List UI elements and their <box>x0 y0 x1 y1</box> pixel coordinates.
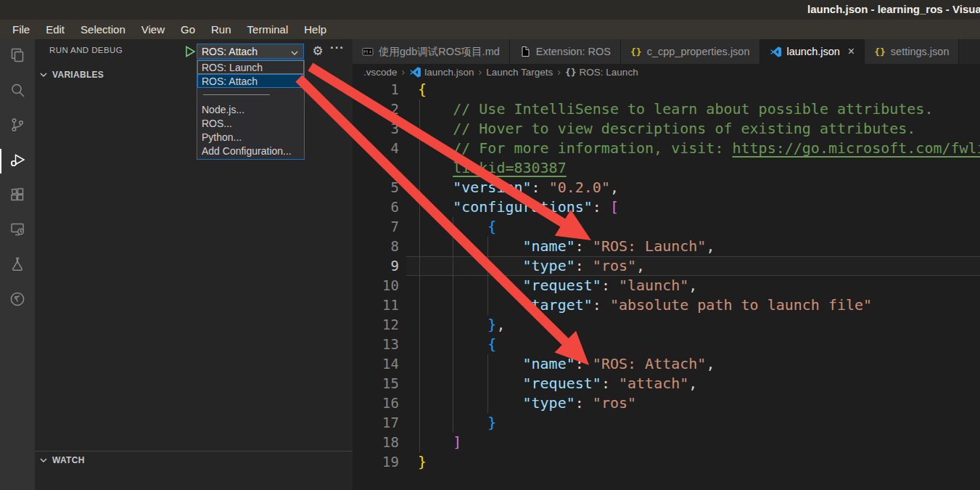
chevron-down-icon <box>39 456 48 465</box>
editor-tab[interactable]: Extension: ROS <box>510 39 621 64</box>
activity-item-ros-node[interactable] <box>0 283 35 318</box>
code-editor[interactable]: 1{2 // Use IntelliSense to learn about p… <box>353 80 980 490</box>
line-text: "name": "ROS: Launch", <box>418 237 715 256</box>
line-text: { <box>418 217 496 237</box>
line-number[interactable]: 12 <box>353 315 399 335</box>
line-number[interactable]: 8 <box>353 237 399 256</box>
source-control-icon <box>9 116 26 136</box>
code-line[interactable]: 11 "target": "absolute path to launch fi… <box>353 295 980 315</box>
code-line[interactable]: 12 }, <box>353 315 980 335</box>
chevron-down-icon <box>290 48 299 60</box>
vscode-window: launch.json - learning_ros - Visual File… <box>0 0 980 490</box>
breadcrumb-item[interactable]: Launch Targets <box>486 67 553 78</box>
code-line[interactable]: 17 } <box>353 413 980 433</box>
variables-section-label: VARIABLES <box>52 70 104 80</box>
code-line[interactable]: 4 // For more information, visit: https:… <box>353 139 980 158</box>
dropdown-separator <box>203 94 270 95</box>
code-line[interactable]: 13 { <box>353 335 980 354</box>
code-line[interactable]: 1{ <box>353 80 980 99</box>
line-number[interactable]: 15 <box>353 374 399 393</box>
line-text: "target": "absolute path to launch file" <box>418 295 872 315</box>
breadcrumb-label: .vscode <box>363 67 398 78</box>
menu-bar: FileEditSelectionViewGoRunTerminalHelp <box>0 20 980 39</box>
close-icon[interactable]: × <box>848 45 855 58</box>
breadcrumb-item[interactable]: launch.json <box>409 66 474 78</box>
line-number[interactable]: 7 <box>353 217 399 237</box>
menu-item-selection[interactable]: Selection <box>73 23 133 36</box>
line-text: ] <box>418 433 461 452</box>
line-number[interactable]: 9 <box>353 256 399 276</box>
menu-item-run[interactable]: Run <box>203 23 239 36</box>
dropdown-item[interactable]: Add Configuration... <box>197 144 304 158</box>
breadcrumb-item[interactable]: .vscode <box>363 67 398 78</box>
code-line[interactable]: 15 "request": "attach", <box>353 374 980 393</box>
activity-item-remote-explorer[interactable] <box>0 213 35 248</box>
code-line[interactable]: 18 ] <box>353 433 980 452</box>
code-line[interactable]: 8 "name": "ROS: Launch", <box>353 237 980 256</box>
menu-item-view[interactable]: View <box>133 23 173 36</box>
line-number[interactable]: 19 <box>353 452 399 472</box>
code-line[interactable]: linkid=830387 <box>353 158 980 178</box>
debug-config-select[interactable]: ROS: Attach <box>197 44 304 59</box>
activity-item-extensions[interactable] <box>0 179 35 213</box>
code-line[interactable]: 19} <box>353 452 980 472</box>
line-text: { <box>418 335 496 354</box>
line-number[interactable]: 10 <box>353 276 399 295</box>
code-line[interactable]: 16 "type": "ros" <box>353 393 980 413</box>
line-number[interactable]: 4 <box>353 139 399 158</box>
breadcrumb-separator: › <box>557 66 561 78</box>
code-line[interactable]: 10 "request": "launch", <box>353 276 980 295</box>
line-number[interactable] <box>353 158 399 178</box>
line-number[interactable]: 18 <box>353 433 399 452</box>
variables-section-header[interactable]: VARIABLES <box>35 66 353 83</box>
editor-tab[interactable]: launch.json× <box>760 39 865 64</box>
line-number[interactable]: 5 <box>353 178 399 197</box>
breadcrumb-item[interactable]: {}ROS: Launch <box>565 67 638 78</box>
activity-item-testing[interactable] <box>0 248 35 283</box>
editor-tab[interactable]: {}c_cpp_properties.json <box>621 39 760 64</box>
code-line[interactable]: 2 // Use IntelliSense to learn about pos… <box>353 99 980 119</box>
watch-section-header[interactable]: WATCH <box>35 451 353 469</box>
dropdown-item[interactable]: Python... <box>197 130 304 144</box>
extensions-icon <box>9 186 26 206</box>
line-number[interactable]: 13 <box>353 335 399 354</box>
breadcrumb: .vscode›launch.json›Launch Targets›{}ROS… <box>353 64 980 80</box>
more-actions-button[interactable]: ··· <box>329 41 345 55</box>
line-number[interactable]: 3 <box>353 119 399 139</box>
menu-item-go[interactable]: Go <box>173 23 203 36</box>
code-line[interactable]: 7 { <box>353 217 980 237</box>
code-line[interactable]: 3 // Hover to view descriptions of exist… <box>353 119 980 139</box>
activity-item-search[interactable] <box>0 74 35 109</box>
editor-tab[interactable]: 使用gdb调试ROS项目.md <box>353 39 510 64</box>
menu-item-edit[interactable]: Edit <box>38 23 73 36</box>
code-line[interactable]: 6 "configurations": [ <box>353 197 980 217</box>
code-line[interactable]: 9 "type": "ros", <box>353 256 980 276</box>
line-number[interactable]: 17 <box>353 413 399 433</box>
line-text: "version": "0.2.0", <box>418 178 619 197</box>
editor-tab[interactable]: {}settings.json <box>865 39 959 64</box>
menu-item-help[interactable]: Help <box>296 23 334 36</box>
dropdown-item[interactable]: ROS: Attach <box>197 74 304 88</box>
run-debug-sidebar: RUN AND DEBUG VARIABLES WATCH <box>35 39 353 490</box>
line-number[interactable]: 1 <box>353 80 399 99</box>
dropdown-item[interactable]: ROS: Launch <box>197 60 304 74</box>
activity-item-run-and-debug[interactable] <box>0 144 35 179</box>
debug-settings-button[interactable]: ⚙ <box>310 44 325 59</box>
line-number[interactable]: 14 <box>353 354 399 374</box>
activity-item-source-control[interactable] <box>0 109 35 144</box>
ellipsis-icon: ··· <box>330 41 345 54</box>
code-line[interactable]: 14 "name": "ROS: Attach", <box>353 354 980 374</box>
activity-item-explorer[interactable] <box>0 39 35 74</box>
code-line[interactable]: 5 "version": "0.2.0", <box>353 178 980 197</box>
tab-label: c_cpp_properties.json <box>647 46 750 57</box>
breadcrumb-separator: › <box>479 66 482 78</box>
line-number[interactable]: 2 <box>353 99 399 119</box>
line-number[interactable]: 16 <box>353 393 399 413</box>
menu-item-terminal[interactable]: Terminal <box>239 23 297 36</box>
gear-icon: ⚙ <box>312 44 323 58</box>
line-number[interactable]: 11 <box>353 295 399 315</box>
dropdown-item[interactable]: ROS... <box>197 116 304 130</box>
menu-item-file[interactable]: File <box>4 23 38 36</box>
line-number[interactable]: 6 <box>353 197 399 217</box>
dropdown-item[interactable]: Node.js... <box>197 102 304 116</box>
